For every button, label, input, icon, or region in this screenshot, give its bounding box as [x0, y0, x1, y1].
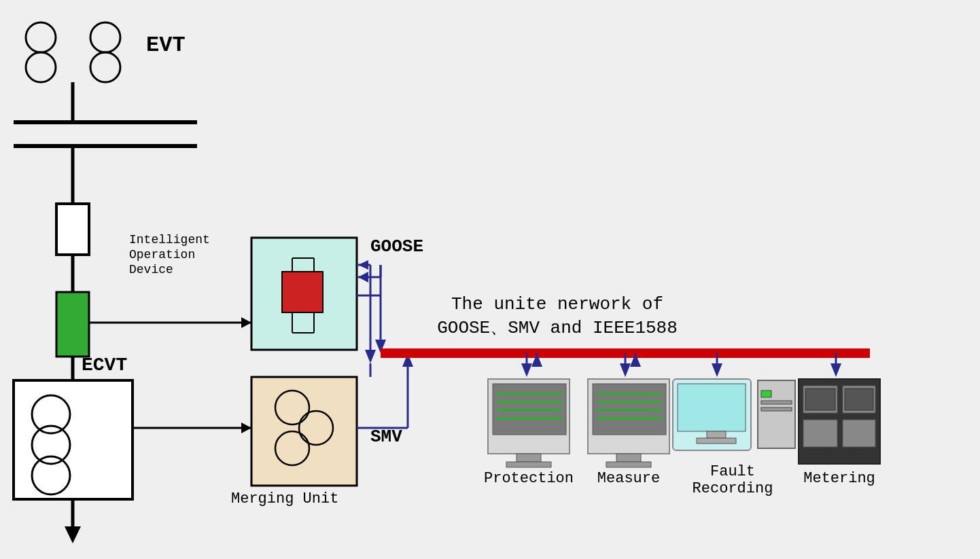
svg-text:EVT: EVT: [146, 33, 186, 58]
svg-text:Metering: Metering: [803, 470, 875, 487]
svg-rect-100: [843, 420, 875, 447]
svg-text:Operation: Operation: [129, 248, 195, 262]
svg-rect-90: [761, 401, 792, 404]
svg-text:GOOSE: GOOSE: [370, 236, 423, 257]
svg-rect-10: [56, 204, 89, 255]
svg-text:The unite nerwork of: The unite nerwork of: [451, 294, 663, 314]
svg-rect-31: [282, 272, 323, 312]
svg-rect-61: [493, 384, 566, 435]
svg-text:Fault: Fault: [710, 463, 755, 480]
svg-rect-74: [593, 384, 666, 435]
svg-text:ECVT: ECVT: [82, 355, 127, 376]
svg-rect-99: [803, 420, 837, 447]
svg-rect-79: [616, 454, 641, 462]
svg-rect-101: [805, 389, 835, 410]
svg-rect-85: [678, 384, 746, 431]
svg-text:Protection: Protection: [484, 470, 574, 487]
diagram: EVT ECVT Intelligent Operation Device GO…: [0, 0, 980, 559]
svg-rect-102: [845, 389, 873, 410]
svg-rect-91: [761, 408, 792, 411]
svg-text:Recording: Recording: [693, 480, 773, 497]
svg-text:Intelligent: Intelligent: [129, 233, 210, 247]
svg-rect-66: [517, 454, 541, 462]
svg-rect-87: [697, 438, 736, 444]
svg-rect-67: [506, 462, 551, 467]
svg-rect-80: [606, 462, 651, 467]
svg-rect-86: [707, 431, 726, 438]
svg-rect-12: [56, 292, 89, 357]
svg-text:Merging Unit: Merging Unit: [231, 490, 338, 507]
svg-text:Measure: Measure: [597, 470, 660, 487]
svg-rect-44: [251, 377, 357, 486]
svg-text:Device: Device: [129, 263, 173, 276]
svg-text:SMV: SMV: [370, 427, 402, 447]
svg-rect-15: [14, 380, 133, 499]
svg-text:GOOSE、SMV and IEEE1588: GOOSE、SMV and IEEE1588: [437, 318, 678, 338]
svg-rect-89: [761, 391, 771, 397]
